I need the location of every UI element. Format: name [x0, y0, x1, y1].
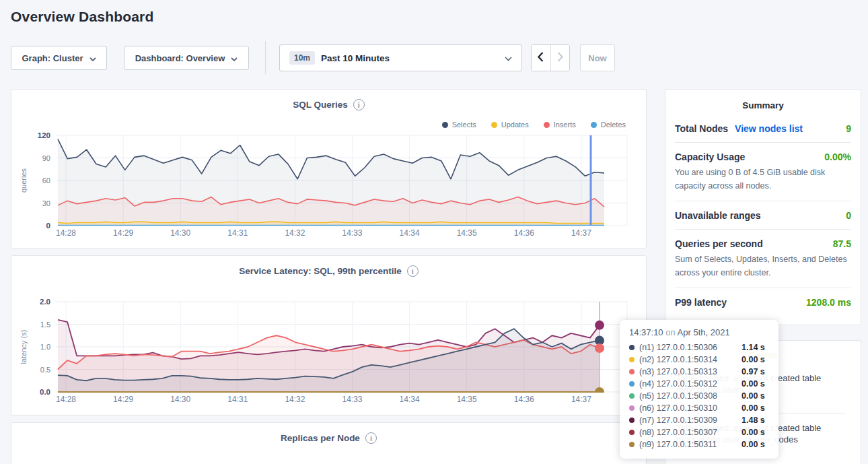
svg-text:14:28: 14:28: [56, 395, 76, 404]
page: Overview Dashboard Graph: Cluster Dashbo…: [0, 0, 868, 464]
stat-label: P99 latency: [675, 297, 727, 308]
now-button[interactable]: Now: [580, 44, 615, 71]
page-title: Overview Dashboard: [11, 9, 154, 25]
stat-label: Unavailable ranges: [675, 210, 761, 221]
svg-text:14:33: 14:33: [342, 395, 362, 404]
svg-text:latency (s): latency (s): [20, 330, 28, 364]
svg-text:0.0: 0.0: [40, 388, 50, 396]
tooltip-row: (n2) 127.0.0.1:503140.00 s: [629, 354, 769, 366]
summary-stat: P99 latency1208.0 ms: [675, 288, 851, 316]
info-icon[interactable]: i: [407, 265, 419, 277]
time-prev-button[interactable]: [532, 45, 550, 71]
graph-dropdown-label: Graph: Cluster: [22, 53, 83, 63]
svg-text:14:37: 14:37: [571, 395, 591, 404]
svg-text:14:34: 14:34: [400, 395, 420, 404]
summary-stat: Queries per second87.5Sum of Selects, Up…: [675, 230, 851, 288]
svg-text:14:29: 14:29: [113, 228, 133, 238]
svg-text:14:36: 14:36: [514, 395, 534, 404]
service-latency-panel: Service Latency: SQL, 99th percentile i …: [11, 255, 647, 416]
chevron-down-icon: [505, 53, 512, 63]
tooltip-row: (n8) 127.0.0.1:503070.00 s: [629, 426, 769, 438]
tooltip-row: (n4) 127.0.0.1:503120.00 s: [629, 378, 769, 390]
chart-hover-tooltip: 14:37:10 on Apr 5th, 2021 (n1) 127.0.0.1…: [620, 320, 779, 459]
tooltip-row: (n5) 127.0.0.1:503080.00 s: [629, 390, 769, 402]
svg-text:14:31: 14:31: [227, 228, 248, 238]
svg-text:14:30: 14:30: [170, 395, 190, 404]
sql-queries-chart[interactable]: 030609012014:2814:2914:3014:3114:3214:33…: [11, 126, 646, 242]
view-nodes-list-link[interactable]: View nodes list: [735, 123, 803, 134]
node-color-dot-icon: [629, 442, 635, 447]
svg-text:90: 90: [42, 154, 50, 162]
svg-text:60: 60: [42, 176, 50, 185]
dashboard-dropdown-label: Dashboard: Overview: [135, 53, 225, 63]
svg-text:0.5: 0.5: [40, 366, 50, 374]
replicas-per-node-panel: Replicas per Node i: [11, 422, 647, 464]
svg-text:2.0: 2.0: [40, 298, 50, 306]
stat-value: 0.00%: [824, 152, 851, 162]
node-color-dot-icon: [629, 381, 635, 387]
summary-stats: Total NodesView nodes list9Capacity Usag…: [675, 114, 851, 316]
svg-text:14:29: 14:29: [113, 395, 133, 404]
chevron-left-icon: [538, 52, 544, 64]
chevron-down-icon: [89, 53, 96, 63]
svg-text:queries: queries: [20, 168, 28, 193]
svg-text:14:35: 14:35: [457, 228, 477, 238]
stat-description: You are using 0 B of 4.5 GiB usable disk…: [675, 166, 851, 193]
svg-text:14:28: 14:28: [56, 228, 76, 238]
service-latency-title: Service Latency: SQL, 99th percentile: [239, 266, 402, 276]
summary-heading: Summary: [675, 100, 851, 110]
svg-text:14:35: 14:35: [457, 395, 477, 404]
stat-value: 0: [846, 210, 851, 221]
stat-value: 9: [846, 123, 851, 134]
summary-panel: Summary Total NodesView nodes list9Capac…: [665, 89, 861, 325]
stat-label: Total Nodes: [675, 123, 728, 134]
stat-label: Capacity Usage: [675, 152, 745, 162]
svg-text:30: 30: [42, 199, 50, 207]
replicas-per-node-title: Replicas per Node: [281, 433, 360, 443]
summary-stat: Unavailable ranges0: [675, 201, 851, 230]
svg-text:14:33: 14:33: [342, 228, 362, 238]
time-range-picker[interactable]: 10m Past 10 Minutes: [279, 44, 522, 71]
svg-text:120: 120: [38, 131, 50, 139]
time-range-badge: 10m: [289, 51, 315, 65]
info-icon[interactable]: i: [365, 432, 377, 444]
node-color-dot-icon: [629, 345, 635, 350]
tooltip-row: (n7) 127.0.0.1:503091.48 s: [629, 414, 769, 426]
stat-label: Queries per second: [675, 238, 763, 249]
svg-text:14:37: 14:37: [571, 228, 591, 238]
tooltip-row: (n6) 127.0.0.1:503100.00 s: [629, 402, 769, 414]
node-color-dot-icon: [629, 357, 635, 362]
service-latency-chart[interactable]: 0.00.51.01.52.014:2814:2914:3014:3114:32…: [11, 292, 646, 408]
summary-stat: Capacity Usage0.00%You are using 0 B of …: [675, 143, 851, 201]
chevron-down-icon: [231, 53, 238, 63]
sql-queries-panel: SQL Queries i SelectsUpdatesInsertsDelet…: [11, 89, 647, 248]
chevron-right-icon: [557, 52, 563, 64]
svg-text:14:36: 14:36: [514, 228, 534, 238]
tooltip-row: (n1) 127.0.0.1:503061.14 s: [629, 341, 769, 354]
dashboard-dropdown[interactable]: Dashboard: Overview: [124, 46, 249, 70]
svg-text:14:32: 14:32: [285, 395, 305, 404]
sql-queries-title: SQL Queries: [293, 100, 348, 110]
tooltip-row: (n3) 127.0.0.1:503130.97 s: [629, 366, 769, 378]
stat-description: Sum of Selects, Updates, Inserts, and De…: [675, 253, 851, 279]
graph-dropdown[interactable]: Graph: Cluster: [11, 46, 107, 70]
time-range-label: Past 10 Minutes: [321, 53, 390, 63]
svg-text:1.5: 1.5: [40, 321, 50, 329]
tooltip-row: (n9) 127.0.0.1:503110.00 s: [629, 438, 769, 451]
stat-value: 1208.0 ms: [806, 297, 851, 308]
info-icon[interactable]: i: [353, 99, 365, 110]
controls-divider: [265, 41, 266, 74]
node-color-dot-icon: [629, 369, 635, 374]
svg-text:14:31: 14:31: [227, 395, 248, 404]
svg-text:0: 0: [46, 222, 50, 230]
node-color-dot-icon: [629, 430, 635, 435]
node-color-dot-icon: [629, 418, 635, 423]
node-color-dot-icon: [629, 393, 635, 399]
time-next-button[interactable]: [550, 45, 570, 71]
svg-text:14:32: 14:32: [285, 228, 305, 238]
time-nav-group: [531, 44, 570, 71]
tooltip-timestamp: 14:37:10 on Apr 5th, 2021: [629, 327, 769, 337]
svg-text:14:34: 14:34: [400, 228, 420, 238]
svg-text:1.0: 1.0: [40, 343, 50, 351]
svg-text:14:30: 14:30: [170, 228, 190, 238]
